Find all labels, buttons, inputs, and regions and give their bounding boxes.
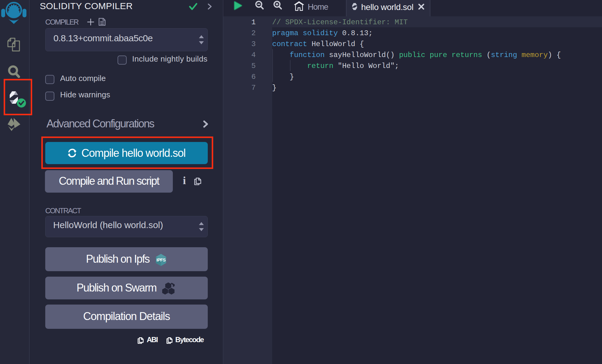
svg-text:IPFS: IPFS bbox=[156, 258, 166, 262]
